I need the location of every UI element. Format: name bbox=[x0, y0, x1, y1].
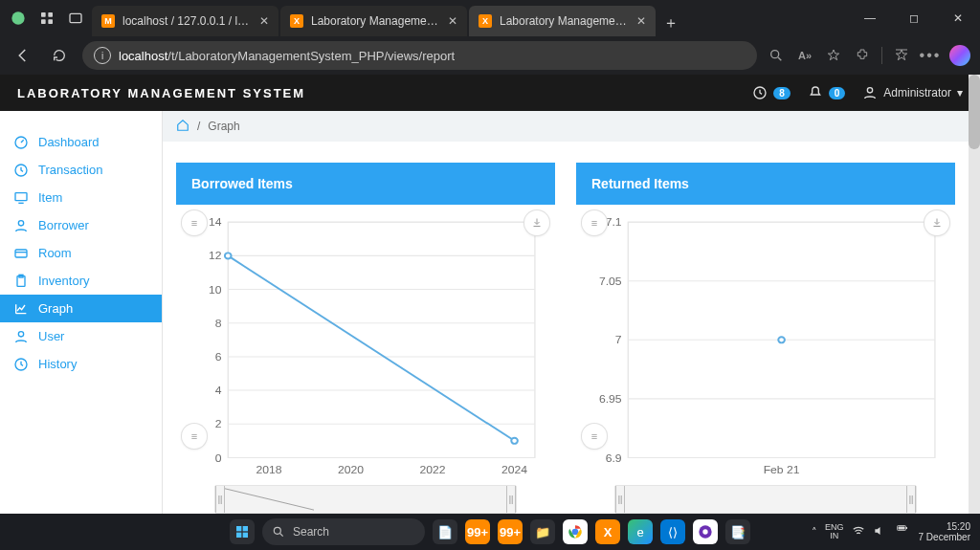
sidebar: DashboardTransactionItemBorrowerRoomInve… bbox=[0, 111, 163, 514]
taskbar-app[interactable] bbox=[563, 519, 588, 544]
browser-tab[interactable]: X Laboratory Management System ✕ bbox=[280, 6, 467, 36]
read-aloud-icon[interactable]: A» bbox=[795, 46, 814, 65]
overview-handle-right[interactable]: || bbox=[506, 486, 516, 513]
battery-icon[interactable] bbox=[894, 525, 911, 539]
taskbar-app[interactable]: e bbox=[628, 519, 653, 544]
card-icon bbox=[13, 246, 29, 261]
chevron-down-icon: ▾ bbox=[957, 86, 963, 99]
refresh-button[interactable] bbox=[46, 42, 73, 69]
new-tab-button[interactable]: ＋ bbox=[657, 10, 684, 36]
sidebar-item-room[interactable]: Room bbox=[0, 239, 162, 267]
chart-menu-button[interactable]: ≡ bbox=[582, 424, 607, 449]
svg-text:4: 4 bbox=[215, 385, 222, 397]
svg-text:2: 2 bbox=[215, 418, 222, 430]
svg-point-6 bbox=[771, 51, 779, 58]
svg-text:2024: 2024 bbox=[501, 463, 528, 475]
taskbar-search[interactable]: Search bbox=[262, 518, 425, 545]
extensions-icon[interactable] bbox=[853, 46, 872, 65]
svg-rect-11 bbox=[15, 192, 27, 200]
svg-text:7: 7 bbox=[615, 334, 622, 346]
taskbar-app[interactable]: 99+ bbox=[465, 519, 490, 544]
breadcrumb-current: Graph bbox=[208, 120, 239, 133]
taskbar-app[interactable]: 📁 bbox=[530, 519, 555, 544]
svg-text:6.9: 6.9 bbox=[606, 451, 622, 464]
svg-text:6.95: 6.95 bbox=[599, 392, 622, 405]
close-icon[interactable]: ✕ bbox=[448, 14, 457, 28]
profile-icon[interactable] bbox=[10, 10, 27, 27]
browser-tab[interactable]: X Laboratory Management System ✕ bbox=[469, 6, 656, 36]
overview-handle-left[interactable]: || bbox=[215, 486, 225, 513]
tab-overview-icon[interactable] bbox=[67, 10, 84, 27]
taskbar-app[interactable]: 📄 bbox=[433, 519, 457, 544]
bell-notifications[interactable]: 0 bbox=[808, 85, 846, 100]
maximize-button[interactable]: ◻ bbox=[892, 0, 936, 36]
svg-text:2020: 2020 bbox=[338, 463, 365, 475]
sidebar-item-user[interactable]: User bbox=[0, 322, 162, 350]
site-info-icon[interactable]: i bbox=[94, 47, 111, 64]
sidebar-item-inventory[interactable]: Inventory bbox=[0, 267, 162, 295]
copilot-icon[interactable] bbox=[949, 45, 970, 66]
panel-title: Returned Items bbox=[576, 163, 955, 205]
svg-point-0 bbox=[11, 11, 24, 24]
svg-text:12: 12 bbox=[209, 250, 222, 262]
taskbar-app[interactable]: ⟨⟩ bbox=[660, 519, 685, 544]
user-menu[interactable]: Administrator ▾ bbox=[862, 85, 963, 100]
address-bar[interactable]: i localhost /t/LaboratoryManagementSyste… bbox=[82, 41, 757, 70]
svg-rect-55 bbox=[243, 526, 248, 531]
home-icon[interactable] bbox=[176, 119, 189, 135]
chart-download-button[interactable] bbox=[524, 210, 549, 235]
clock-notifications[interactable]: 8 bbox=[752, 85, 791, 100]
favorite-icon[interactable] bbox=[824, 46, 843, 65]
tab-label: localhost / 127.0.0.1 / lms19 / use bbox=[122, 14, 252, 28]
taskbar-app[interactable] bbox=[693, 519, 718, 544]
sidebar-item-borrower[interactable]: Borrower bbox=[0, 211, 162, 239]
svg-text:7.05: 7.05 bbox=[599, 275, 622, 287]
sidebar-item-graph[interactable]: Graph bbox=[0, 295, 162, 322]
svg-text:14: 14 bbox=[209, 216, 222, 229]
taskbar-app[interactable]: 99+ bbox=[498, 519, 523, 544]
page-scrollbar[interactable] bbox=[969, 75, 980, 514]
close-icon[interactable]: ✕ bbox=[259, 14, 269, 28]
more-icon[interactable]: ••• bbox=[921, 46, 940, 65]
tray-chevron-icon[interactable]: ˄ bbox=[812, 526, 817, 539]
svg-point-39 bbox=[225, 253, 232, 258]
sidebar-item-history[interactable]: History bbox=[0, 350, 162, 378]
svg-rect-3 bbox=[41, 19, 46, 24]
chart-menu-button[interactable]: ≡ bbox=[582, 210, 607, 235]
sidebar-item-item[interactable]: Item bbox=[0, 184, 162, 211]
clock-icon bbox=[13, 163, 29, 178]
close-window-button[interactable]: ✕ bbox=[936, 0, 980, 36]
chart-menu-button[interactable]: ≡ bbox=[182, 424, 207, 449]
close-icon[interactable]: ✕ bbox=[636, 14, 646, 28]
svg-rect-4 bbox=[48, 19, 53, 24]
back-button[interactable] bbox=[10, 42, 36, 69]
overview-handle-left[interactable]: || bbox=[615, 486, 625, 513]
svg-text:Feb 21: Feb 21 bbox=[764, 463, 800, 475]
favorites-bar-icon[interactable] bbox=[892, 46, 911, 65]
workspaces-icon[interactable] bbox=[38, 10, 56, 27]
svg-text:6: 6 bbox=[215, 350, 222, 363]
overview-handle-right[interactable]: || bbox=[906, 486, 916, 513]
wifi-icon[interactable] bbox=[852, 524, 865, 539]
minimize-button[interactable]: — bbox=[848, 0, 892, 36]
sidebar-item-label: Dashboard bbox=[38, 135, 100, 149]
browser-tab[interactable]: M localhost / 127.0.0.1 / lms19 / use ✕ bbox=[92, 6, 278, 36]
sidebar-item-label: Room bbox=[38, 246, 72, 260]
zoom-icon[interactable] bbox=[767, 46, 786, 65]
panel-returned: Returned Items ≡ ≡ 6.96.9577.057.1Feb 21… bbox=[576, 163, 955, 514]
chart-download-button[interactable] bbox=[924, 210, 949, 235]
start-button[interactable] bbox=[230, 519, 255, 544]
volume-icon[interactable] bbox=[873, 524, 886, 539]
sidebar-item-transaction[interactable]: Transaction bbox=[0, 156, 162, 184]
svg-text:0: 0 bbox=[215, 451, 222, 464]
tray-lang[interactable]: ENG IN bbox=[825, 523, 844, 540]
tray-clock[interactable]: 15:20 7 December bbox=[919, 521, 970, 542]
taskbar-app[interactable]: 📑 bbox=[725, 519, 750, 544]
chart-overview[interactable]: || || bbox=[614, 485, 917, 514]
monitor-icon bbox=[13, 190, 29, 206]
chart-overview[interactable]: || || bbox=[214, 485, 517, 514]
sidebar-item-dashboard[interactable]: Dashboard bbox=[0, 128, 162, 156]
chart-menu-button[interactable]: ≡ bbox=[182, 210, 207, 235]
taskbar-app[interactable]: X bbox=[595, 519, 620, 544]
chart-icon bbox=[13, 301, 29, 317]
